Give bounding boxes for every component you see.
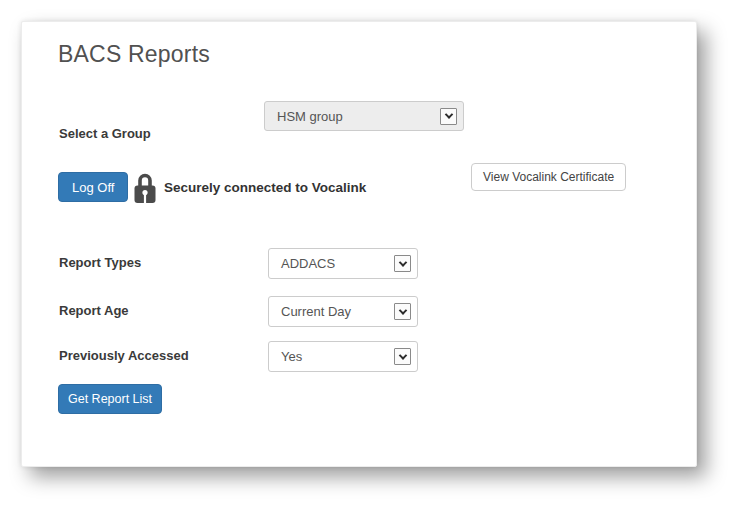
previously-accessed-select-arrow-button[interactable] <box>394 348 411 365</box>
page-background: BACS Reports Select a Group HSM group Lo… <box>0 0 738 508</box>
select-group-label: Select a Group <box>59 126 151 141</box>
chevron-down-icon <box>398 351 406 359</box>
group-select-arrow-button[interactable] <box>440 108 457 125</box>
chevron-down-icon <box>398 306 406 314</box>
lock-icon <box>133 171 157 205</box>
chevron-down-icon <box>444 110 452 118</box>
report-age-select-arrow-button[interactable] <box>394 303 411 320</box>
report-types-select-arrow-button[interactable] <box>394 255 411 272</box>
previously-accessed-label: Previously Accessed <box>59 348 189 363</box>
report-types-select[interactable]: ADDACS <box>268 248 418 279</box>
report-age-select[interactable]: Current Day <box>268 296 418 327</box>
group-select-value: HSM group <box>265 109 440 124</box>
group-select[interactable]: HSM group <box>264 101 464 131</box>
log-off-button[interactable]: Log Off <box>58 172 128 202</box>
report-age-label: Report Age <box>59 303 129 318</box>
page-title: BACS Reports <box>58 41 210 68</box>
view-certificate-button[interactable]: View Vocalink Certificate <box>471 163 626 191</box>
previously-accessed-value: Yes <box>269 349 394 364</box>
report-types-label: Report Types <box>59 255 141 270</box>
bacs-reports-panel: BACS Reports Select a Group HSM group Lo… <box>21 21 697 467</box>
chevron-down-icon <box>398 258 406 266</box>
report-types-value: ADDACS <box>269 256 394 271</box>
previously-accessed-select[interactable]: Yes <box>268 341 418 372</box>
report-age-value: Current Day <box>269 304 394 319</box>
connection-status: Securely connected to Vocalink <box>164 172 366 202</box>
get-report-list-button[interactable]: Get Report List <box>58 384 162 414</box>
